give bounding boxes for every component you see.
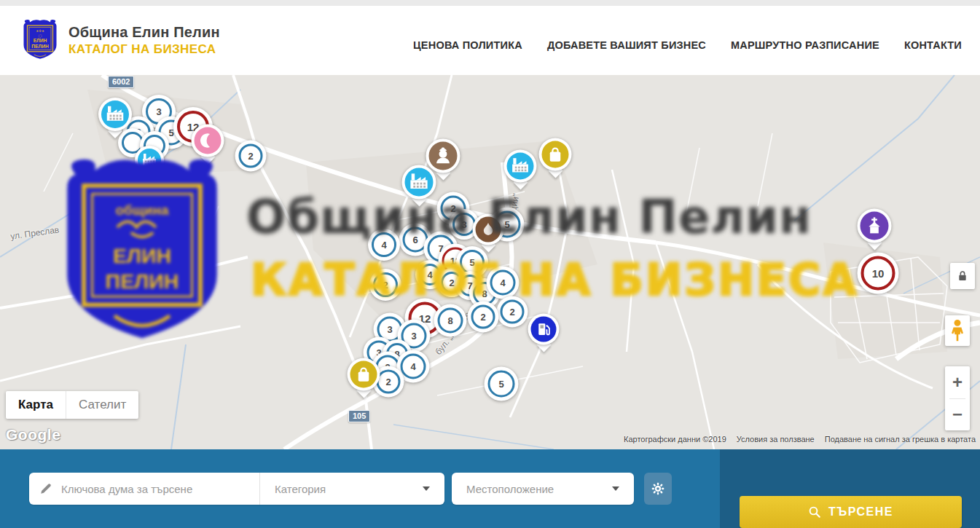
svg-text:ПЕЛИН: ПЕЛИН bbox=[106, 269, 179, 293]
map-pin-fuel[interactable] bbox=[528, 314, 560, 345]
nav-link[interactable]: МАРШРУТНО РАЗПИСАНИЕ bbox=[731, 39, 879, 51]
search-icon bbox=[808, 505, 821, 519]
page: ∗✣∗ ҉ ЕЛИН ПЕЛИН Община Елин Пелин КАТАЛ… bbox=[0, 0, 980, 528]
nav-link[interactable]: ЦЕНОВА ПОЛИТИКА bbox=[413, 39, 522, 51]
keyword-section bbox=[29, 473, 259, 505]
cluster-marker[interactable]: 5 bbox=[485, 367, 519, 401]
chevron-down-icon bbox=[423, 486, 430, 491]
zoom-in-button[interactable]: + bbox=[945, 366, 970, 398]
zoom-control: + − bbox=[945, 366, 970, 430]
location-select[interactable]: Местоположение bbox=[452, 473, 634, 505]
svg-text:ЕЛИН: ЕЛИН bbox=[113, 244, 171, 267]
map-type-satellite-button[interactable]: Сателит bbox=[66, 391, 138, 419]
site-logo[interactable]: ∗✣∗ ҉ ЕЛИН ПЕЛИН Община Елин Пелин КАТАЛ… bbox=[22, 18, 220, 63]
gear-icon bbox=[651, 481, 665, 496]
municipality-crest-icon: ∗✣∗ ҉ ЕЛИН ПЕЛИН bbox=[22, 18, 58, 63]
map-attribution: Картографски данни ©2019 Условия за полз… bbox=[624, 435, 976, 444]
search-row: Категория Местоположение bbox=[0, 473, 980, 505]
street-view-pegman-button[interactable] bbox=[945, 315, 970, 346]
category-select[interactable]: Категория bbox=[259, 473, 444, 505]
watermark-crest-logo: община ЕЛИН ПЕЛИН bbox=[58, 155, 226, 356]
cluster-marker[interactable]: 8 bbox=[434, 304, 467, 337]
map-pin-factory[interactable] bbox=[504, 150, 537, 183]
map-pin-factory[interactable] bbox=[98, 98, 132, 131]
advanced-settings-button[interactable] bbox=[644, 473, 672, 505]
cluster-marker[interactable]: 2 bbox=[235, 141, 267, 172]
map-pin-bag[interactable] bbox=[539, 138, 572, 171]
svg-text:община: община bbox=[115, 202, 169, 218]
category-select-value: Категория bbox=[275, 483, 326, 495]
keyword-search-input[interactable] bbox=[61, 483, 243, 495]
svg-text:ЕЛИН: ЕЛИН bbox=[34, 38, 47, 43]
attribution-terms-link[interactable]: Условия за ползване bbox=[737, 435, 815, 444]
site-subtitle: КАТАЛОГ НА БИЗНЕСА bbox=[68, 42, 220, 57]
lock-icon bbox=[957, 270, 968, 282]
map-canvas[interactable]: 6002 105 ул. Преслав бул. „Новосел ции" … bbox=[0, 75, 980, 449]
nav-link[interactable]: ДОБАВЕТЕ ВАШИЯТ БИЗНЕС bbox=[547, 39, 706, 51]
site-title: Община Елин Пелин bbox=[68, 24, 220, 41]
map-pin-bag[interactable] bbox=[348, 358, 380, 391]
page-top-strip bbox=[0, 0, 980, 6]
pencil-icon bbox=[39, 482, 52, 495]
lock-control-button[interactable] bbox=[950, 263, 975, 289]
header: ∗✣∗ ҉ ЕЛИН ПЕЛИН Община Елин Пелин КАТАЛ… bbox=[0, 6, 980, 75]
watermark-title: Община Елин Пелин bbox=[246, 190, 887, 244]
watermark-subtitle: КАТАЛОГ НА БИЗНЕСА bbox=[251, 254, 859, 305]
location-select-value: Местоположение bbox=[466, 483, 554, 495]
brand-text: Община Елин Пелин КАТАЛОГ НА БИЗНЕСА bbox=[68, 24, 220, 57]
search-button-label: ТЪРСЕНЕ bbox=[828, 505, 893, 519]
svg-text:∗✣∗: ∗✣∗ bbox=[36, 29, 44, 33]
attribution-copyright: Картографски данни ©2019 bbox=[624, 435, 726, 444]
cluster-marker[interactable]: 10 bbox=[858, 253, 899, 294]
google-logo[interactable]: Google bbox=[6, 426, 60, 444]
map-pin-crescent[interactable] bbox=[192, 125, 224, 157]
chevron-down-icon bbox=[612, 486, 619, 491]
cluster-marker[interactable]: 2 bbox=[468, 302, 499, 333]
map-type-control: Карта Сателит bbox=[6, 391, 138, 419]
pegman-icon bbox=[949, 319, 965, 342]
nav-link[interactable]: КОНТАКТИ bbox=[904, 39, 962, 51]
main-nav: ЦЕНОВА ПОЛИТИКАДОБАВЕТЕ ВАШИЯТ БИЗНЕСМАР… bbox=[413, 31, 962, 51]
attribution-report-link[interactable]: Подаване на сигнал за грешка в картата bbox=[825, 435, 976, 444]
map-type-map-button[interactable]: Карта bbox=[6, 391, 66, 419]
search-button[interactable]: ТЪРСЕНЕ bbox=[740, 496, 962, 528]
keyword-category-box: Категория bbox=[29, 473, 444, 505]
search-bar: Категория Местоположение bbox=[0, 449, 980, 528]
zoom-out-button[interactable]: − bbox=[945, 399, 970, 431]
svg-text:ПЕЛИН: ПЕЛИН bbox=[31, 43, 49, 48]
